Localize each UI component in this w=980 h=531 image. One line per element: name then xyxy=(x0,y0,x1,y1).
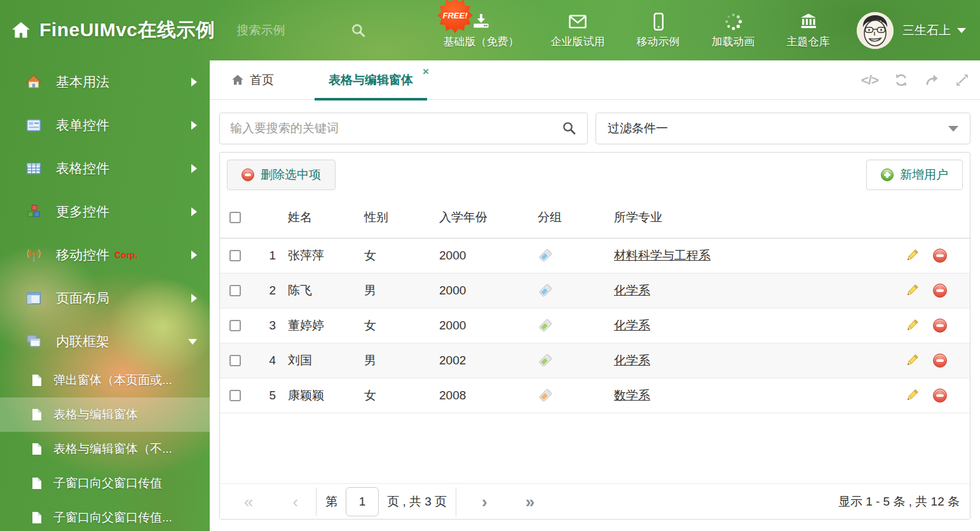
close-icon[interactable]: × xyxy=(423,66,429,77)
major-link[interactable]: 材料科学与工程系 xyxy=(614,247,711,264)
download-icon xyxy=(472,12,491,31)
spinner-icon xyxy=(724,12,743,31)
sidebar-item-mobile-controls[interactable]: 移动控件 Corp. xyxy=(0,233,210,277)
row-gender: 女 xyxy=(364,247,439,264)
major-link[interactable]: 化学系 xyxy=(614,282,650,299)
page-icon xyxy=(31,408,43,421)
table-row: 4 刘国 男 2002 化学系 xyxy=(220,343,970,378)
filter-dropdown[interactable]: 过滤条件一 xyxy=(595,113,970,144)
sidebar-subitem-child-to-parent-2[interactable]: 子窗口向父窗口传值... xyxy=(0,500,210,531)
col-group[interactable]: 分组 xyxy=(538,209,613,226)
brand[interactable]: FineUIMvc在线示例 xyxy=(10,17,215,43)
grid-panel: 删除选中项 新增用户 姓名 性别 入学年份 分组 所学专业 xyxy=(219,152,970,520)
delete-row-icon[interactable] xyxy=(933,284,947,298)
search-icon[interactable] xyxy=(350,22,367,39)
table-row: 1 张萍萍 女 2000 材料科学与工程系 xyxy=(220,238,970,273)
edit-pencil-icon[interactable] xyxy=(904,318,920,333)
sidebar-subitem-grid-edit-window-2[interactable]: 表格与编辑窗体（不... xyxy=(0,432,210,466)
view-source-icon[interactable]: </> xyxy=(861,72,878,88)
user-menu[interactable]: 三生石上 xyxy=(857,12,966,49)
edit-pencil-icon[interactable] xyxy=(904,248,920,263)
bank-icon xyxy=(799,12,818,31)
sidebar-subitem-grid-edit-window[interactable]: 表格与编辑窗体 xyxy=(0,397,210,432)
row-index: 5 xyxy=(250,389,276,403)
add-user-button[interactable]: 新增用户 xyxy=(866,160,963,190)
col-name[interactable]: 姓名 xyxy=(276,209,364,226)
page-number-input[interactable] xyxy=(346,487,379,516)
frames-icon xyxy=(25,333,42,350)
search-icon[interactable] xyxy=(562,121,577,136)
layout-icon xyxy=(25,290,42,307)
fullscreen-icon[interactable] xyxy=(955,72,970,88)
sidebar-item-grid-controls[interactable]: 表格控件 xyxy=(0,147,210,190)
sidebar-item-more-controls[interactable]: 更多控件 xyxy=(0,190,210,233)
pagination-bar: « ‹ 第 页 , 共 3 页 › » 显示 1 - 5 条 , 共 12 条 xyxy=(220,483,970,519)
keyword-search-input[interactable] xyxy=(230,121,562,135)
row-gender: 男 xyxy=(364,282,439,299)
delete-row-icon[interactable] xyxy=(933,249,947,263)
row-checkbox[interactable] xyxy=(229,320,241,331)
sidebar-item-basic-usage[interactable]: 基本用法 xyxy=(0,60,210,104)
nav-enterprise-trial[interactable]: 企业版试用 xyxy=(535,12,621,49)
col-year[interactable]: 入学年份 xyxy=(439,209,538,226)
sidebar: 基本用法 表单控件 表格控件 xyxy=(0,60,210,531)
page-label-suffix: 页 , 共 3 页 xyxy=(387,493,447,510)
edit-pencil-icon[interactable] xyxy=(904,388,920,403)
row-checkbox[interactable] xyxy=(229,285,241,296)
avatar xyxy=(857,12,894,49)
first-page-icon[interactable]: « xyxy=(244,493,253,510)
sidebar-item-iframe[interactable]: 内联框架 xyxy=(0,320,210,363)
edit-pencil-icon[interactable] xyxy=(904,283,920,298)
delete-row-icon[interactable] xyxy=(933,389,947,403)
refresh-icon[interactable] xyxy=(894,72,909,88)
row-name: 张萍萍 xyxy=(276,247,364,264)
row-name: 董婷婷 xyxy=(276,317,364,334)
main-content: 首页 表格与编辑窗体 × </> xyxy=(210,60,980,531)
row-checkbox[interactable] xyxy=(229,390,241,401)
delete-row-icon[interactable] xyxy=(933,319,947,333)
row-checkbox[interactable] xyxy=(229,250,241,261)
plus-circle-icon xyxy=(881,169,894,181)
row-index: 2 xyxy=(250,284,276,298)
edit-pencil-icon[interactable] xyxy=(904,353,920,368)
delete-selected-button[interactable]: 删除选中项 xyxy=(227,160,336,190)
mobile-icon xyxy=(649,12,668,31)
major-link[interactable]: 数学系 xyxy=(614,387,650,404)
row-gender: 女 xyxy=(364,387,439,404)
sidebar-subitem-popup-window[interactable]: 弹出窗体（本页面或... xyxy=(0,363,210,397)
nav-loading-animation[interactable]: 加载动画 xyxy=(696,12,771,49)
nav-theme-repo[interactable]: 主题仓库 xyxy=(771,12,846,49)
sidebar-subitem-child-to-parent[interactable]: 子窗口向父窗口传值 xyxy=(0,466,210,500)
major-link[interactable]: 化学系 xyxy=(614,352,650,369)
delete-row-icon[interactable] xyxy=(933,354,947,368)
grid-toolbar: 删除选中项 新增用户 xyxy=(220,153,970,197)
filter-dropdown-value: 过滤条件一 xyxy=(608,120,948,137)
keyword-search-box xyxy=(219,113,588,144)
home-icon xyxy=(231,73,245,87)
chevron-down-icon xyxy=(957,28,966,33)
header-search-input[interactable] xyxy=(237,24,332,38)
user-name: 三生石上 xyxy=(902,22,951,39)
tab-home[interactable]: 首页 xyxy=(231,72,274,88)
next-page-icon[interactable]: › xyxy=(482,493,487,510)
select-all-checkbox[interactable] xyxy=(229,212,241,223)
major-link[interactable]: 化学系 xyxy=(614,317,650,334)
nav-mobile-demo[interactable]: 移动示例 xyxy=(621,12,696,49)
row-index: 1 xyxy=(250,249,276,263)
record-summary: 显示 1 - 5 条 , 共 12 条 xyxy=(838,493,960,510)
tag-icon xyxy=(538,283,553,298)
cubes-icon xyxy=(25,203,42,220)
last-page-icon[interactable]: » xyxy=(526,493,534,510)
col-major[interactable]: 所学专业 xyxy=(613,209,904,226)
chevron-right-icon xyxy=(191,78,197,86)
share-icon[interactable] xyxy=(924,72,939,88)
page-icon xyxy=(31,443,43,455)
row-checkbox[interactable] xyxy=(229,355,241,366)
prev-page-icon[interactable]: ‹ xyxy=(292,493,298,510)
tab-grid-edit-window[interactable]: 表格与编辑窗体 × xyxy=(315,60,427,100)
table-icon xyxy=(25,160,42,177)
sidebar-item-form-controls[interactable]: 表单控件 xyxy=(0,104,210,147)
row-year: 2000 xyxy=(439,319,538,333)
sidebar-item-page-layout[interactable]: 页面布局 xyxy=(0,277,210,320)
col-gender[interactable]: 性别 xyxy=(364,209,439,226)
